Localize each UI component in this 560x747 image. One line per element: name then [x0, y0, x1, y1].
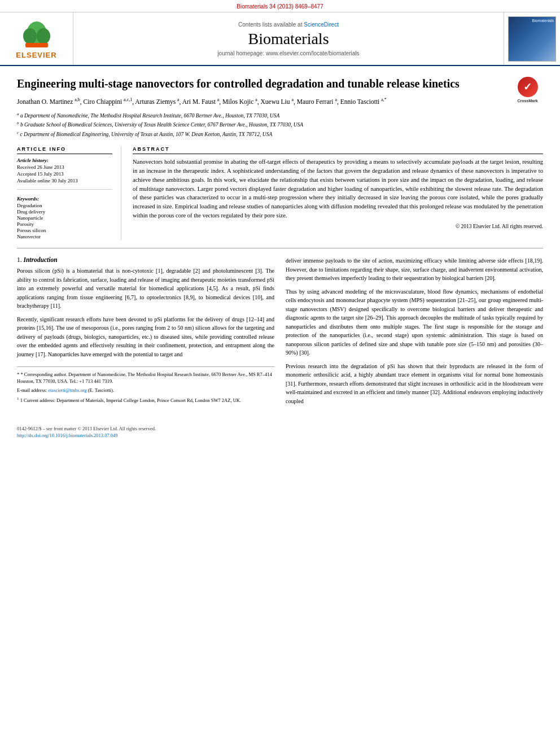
body-paragraph-1: Porous silicon (pSi) is a biomaterial th… — [17, 267, 274, 311]
available-date: Available online 30 July 2013 — [17, 178, 112, 184]
title-text: Engineering multi-stage nanovectors for … — [17, 77, 460, 90]
article-title: Engineering multi-stage nanovectors for … — [17, 76, 543, 91]
journal-header: ELSEVIER Contents lists available at Sci… — [0, 12, 560, 66]
svg-rect-5 — [25, 43, 48, 47]
affiliations: a a Department of Nanomedicine, The Meth… — [17, 111, 543, 138]
accepted-date: Accepted 15 July 2013 — [17, 171, 112, 177]
info-abstract-section: article info Article history: Received 2… — [17, 146, 543, 240]
abstract-panel: abstract Nanovectors hold substantial pr… — [133, 146, 543, 240]
authors: Jonathan O. Martinez a,b, Ciro Chiappini… — [17, 97, 543, 107]
svg-point-3 — [23, 28, 37, 44]
elsevier-logo-area: ELSEVIER — [0, 12, 73, 65]
authors-text: Jonathan O. Martinez a,b, Ciro Chiappini… — [17, 98, 387, 105]
elsevier-logo: ELSEVIER — [14, 18, 59, 59]
section-divider — [17, 248, 543, 248]
keywords-label: Keywords: — [17, 194, 112, 203]
top-bar: Biomaterials 34 (2013) 8469–8477 — [0, 0, 560, 12]
keyword-drug-delivery: Drug delivery — [17, 209, 112, 215]
crossmark-text: CrossMark — [517, 98, 537, 103]
body-paragraph-3: deliver immense payloads to the site of … — [286, 256, 543, 283]
history-label: Article history: — [17, 158, 112, 163]
journal-homepage: journal homepage: www.elsevier.com/locat… — [217, 50, 359, 56]
footnote-corresponding: * * Corresponding author. Department of … — [17, 372, 274, 385]
elsevier-tree-icon — [14, 18, 59, 49]
abstract-heading: abstract — [133, 146, 543, 154]
page-footer: 0142-9612/$ – see front matter © 2013 El… — [0, 426, 560, 438]
footnote-1: 1 1 Current address: Department of Mater… — [17, 396, 274, 404]
body-paragraph-2: Recently, significant research efforts h… — [17, 315, 274, 359]
svg-point-4 — [37, 28, 50, 44]
footer-doi: http://dx.doi.org/10.1016/j.biomaterials… — [17, 433, 543, 438]
crossmark-icon: ✓ — [523, 81, 532, 94]
footnote-email: E-mail address: etasciotti@tmhs.org (E. … — [17, 387, 274, 394]
contents-text: Contents lists available at — [238, 21, 302, 28]
section1-heading: 1. Introduction — [17, 256, 274, 263]
affiliation-c: c c Department of Biomedical Engineering… — [17, 130, 543, 138]
journal-cover-thumb: Biomaterials — [504, 12, 560, 65]
footer-issn: 0142-9612/$ – see front matter © 2013 El… — [17, 426, 543, 431]
keyword-nanoparticle: Nanoparticle — [17, 215, 112, 221]
body-col-right: deliver immense payloads to the site of … — [286, 256, 543, 410]
keyword-nanovector: Nanovector — [17, 234, 112, 239]
affiliation-b: b b Graduate School of Biomedical Scienc… — [17, 120, 543, 129]
affiliation-a: a a Department of Nanomedicine, The Meth… — [17, 111, 543, 120]
crossmark-circle: ✓ — [518, 77, 538, 97]
cover-image: Biomaterials — [508, 16, 556, 62]
journal-name: Biomaterials — [248, 30, 329, 48]
main-content: Engineering multi-stage nanovectors for … — [0, 66, 560, 420]
received-date: Received 26 June 2013 — [17, 164, 112, 170]
keyword-porous-silicon: Porous silicon — [17, 228, 112, 233]
homepage-text: journal homepage: www.elsevier.com/locat… — [217, 50, 359, 56]
journal-header-center: Contents lists available at ScienceDirec… — [73, 12, 504, 65]
keyword-porosity: Porosity — [17, 221, 112, 227]
footnotes: * * Corresponding author. Department of … — [17, 366, 274, 404]
crossmark-badge[interactable]: ✓ CrossMark — [512, 76, 543, 104]
sciencedirect-link[interactable]: ScienceDirect — [304, 21, 339, 28]
copyright-notice: © 2013 Elsevier Ltd. All rights reserved… — [133, 224, 543, 229]
sciencedirect-line: Contents lists available at ScienceDirec… — [238, 21, 339, 28]
doi-link[interactable]: http://dx.doi.org/10.1016/j.biomaterials… — [17, 433, 118, 438]
elsevier-text: ELSEVIER — [16, 51, 56, 59]
article-info-panel: article info Article history: Received 2… — [17, 146, 121, 240]
abstract-text: Nanovectors hold substantial promise in … — [133, 158, 543, 220]
page: Biomaterials 34 (2013) 8469–8477 — [0, 0, 560, 747]
logo-graphic — [14, 18, 59, 49]
section-number: 1. — [17, 256, 24, 263]
keywords-section: Keywords: Degradation Drug delivery Nano… — [17, 194, 112, 239]
article-info-heading: article info — [17, 146, 112, 154]
body-paragraph-4: Thus by using advanced modeling of the m… — [286, 287, 543, 357]
keyword-degradation: Degradation — [17, 203, 112, 208]
body-section: 1. Introduction Porous silicon (pSi) is … — [17, 256, 543, 410]
cover-label: Biomaterials — [532, 19, 554, 23]
body-paragraph-5: Previous research into the degradation o… — [286, 362, 543, 406]
journal-reference: Biomaterials 34 (2013) 8469–8477 — [237, 3, 323, 10]
article-history: Article history: Received 26 June 2013 A… — [17, 158, 112, 184]
body-col-left: 1. Introduction Porous silicon (pSi) is … — [17, 256, 274, 410]
